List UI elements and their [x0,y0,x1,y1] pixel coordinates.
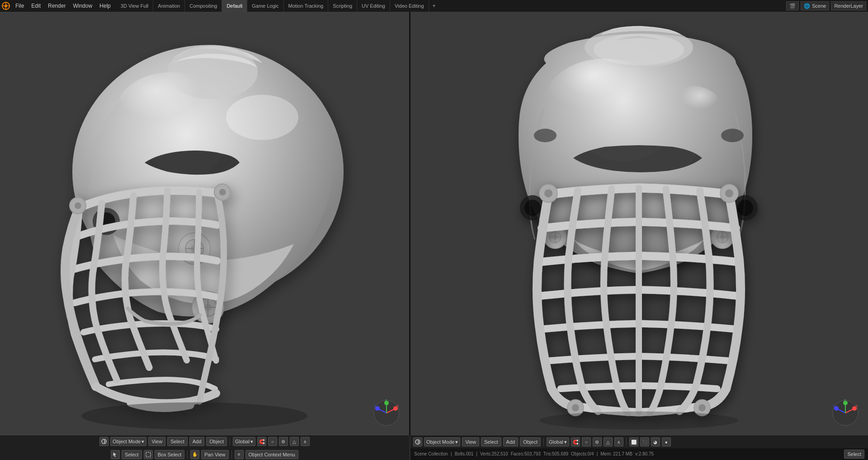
another-btn-r1[interactable]: △ [604,437,613,446]
tab-animation[interactable]: Animation [153,0,185,12]
object-menu-left[interactable]: Object [206,437,227,446]
svg-point-19 [118,72,226,145]
tris-label: Tris:505,689 [543,451,568,456]
separator3 [231,451,232,459]
svg-text:Z: Z [844,399,846,403]
object-mode-dropdown-left[interactable]: Object Mode ▾ [110,437,146,446]
bottom-left-row2: Select Box Select ✋ Pan View ≡ Object Co… [108,449,301,460]
add-menu-left[interactable]: Add [189,437,205,446]
tab-3dview[interactable]: 3D View Full [116,0,154,12]
another-btn2[interactable]: ∧ [301,437,310,446]
bolts-name: Bolts.001 [455,451,474,456]
tab-gamelogic[interactable]: Game Logic [247,0,283,12]
viewport-gizmo-left[interactable]: X Y Z [373,399,400,427]
snap-settings-btn-r[interactable]: ⚙ [593,437,602,446]
object-menu-right[interactable]: Object [520,437,541,446]
svg-text:Z: Z [385,399,387,403]
dropdown-arrow: ▾ [142,439,144,445]
verts-label: Verts:252,510 [480,451,508,456]
svg-point-22 [74,202,81,209]
window-menu[interactable]: Window [69,0,96,12]
render-layer-name: RenderLayer [834,3,863,9]
bottom-right-bar: Object Mode ▾ View Select Add Object Glo… [410,436,868,460]
transform-dropdown-right[interactable]: Global ▾ [547,437,569,446]
proportional-edit-btn-r[interactable]: ○ [582,437,591,446]
viewport-shading-btn-r[interactable] [413,437,422,446]
viewport-right[interactable]: X Y Z [410,12,868,436]
svg-text:Y: Y [833,404,835,408]
another-btn1[interactable]: △ [290,437,299,446]
bolts-label: | [451,451,452,456]
svg-point-40 [534,129,557,142]
wireframe-btn[interactable]: ⬜ [629,437,638,446]
context-menu-icon[interactable]: ≡ [235,450,244,459]
viewport-left-content: X Y Z [0,12,409,436]
svg-rect-36 [409,12,410,436]
view-menu-left[interactable]: View [148,437,165,446]
object-mode-dropdown-right[interactable]: Object Mode ▾ [424,437,460,446]
render-layer-selector[interactable]: RenderLayer [831,1,866,10]
transform-label: Global [235,439,250,444]
tab-uvediting[interactable]: UV Editing [357,0,390,12]
box-select-icon[interactable] [144,450,153,459]
svg-point-42 [546,59,664,140]
box-select-label[interactable]: Box Select [155,450,185,459]
transform-dropdown-left[interactable]: Global ▾ [233,437,255,446]
another-btn-r2[interactable]: ∧ [614,437,623,446]
viewport-left[interactable]: X Y Z [0,12,409,436]
select-menu-left[interactable]: Select [167,437,188,446]
select-menu-right[interactable]: Select [481,437,501,446]
scene-name: Scene [812,3,826,9]
bottom-right-row1: Object Mode ▾ View Select Add Object Glo… [410,436,868,448]
select-tool-btn[interactable] [111,450,120,459]
material-btn[interactable]: ◕ [651,437,660,446]
engine-icon: 🎬 [789,3,796,9]
render-menu[interactable]: Render [44,0,69,12]
objects-label: Objects:0/4 [571,451,594,456]
tab-compositing[interactable]: Compositing [185,0,222,12]
scene-icon: 🌐 [804,3,810,9]
select-right-top-btn[interactable]: Select [844,450,864,459]
top-menu-items: File Edit Render Window Help [12,0,114,12]
viewport-divider[interactable] [409,12,410,436]
viewport-right-content: X Y Z [410,12,868,436]
help-menu[interactable]: Help [96,0,114,12]
view-menu-right[interactable]: View [462,437,479,446]
add-menu-right[interactable]: Add [503,437,519,446]
proportional-edit-btn[interactable]: ○ [268,437,277,446]
separator2 [187,451,188,459]
select-label-left[interactable]: Select [122,450,142,459]
object-mode-label-r: Object Mode [426,439,454,445]
pan-view-icon[interactable]: ✋ [190,450,199,459]
scene-collection-label: Scene Collection [414,451,448,456]
viewport-gizmo-right[interactable]: X Y Z [832,399,859,427]
tab-scripting[interactable]: Scripting [328,0,357,12]
faces-label: Faces:503,793 [511,451,541,456]
magnet-snap-btn[interactable]: 🧲 [257,437,266,446]
object-context-menu-label[interactable]: Object Context Menu [245,450,298,459]
engine-selector[interactable]: 🎬 [786,1,799,10]
rendered-btn[interactable]: ● [662,437,671,446]
viewport-shading-btn[interactable] [99,437,108,446]
top-right-controls: 🎬 🌐 Scene RenderLayer [786,0,868,12]
pan-view-label[interactable]: Pan View [201,450,228,459]
viewport-area: X Y Z [0,12,868,436]
svg-point-45 [524,200,541,216]
svg-point-20 [226,95,298,140]
scene-selector[interactable]: 🌐 Scene [801,1,829,10]
mem-label: Mem: 221.7 MB [600,451,632,456]
tab-default[interactable]: Default [222,0,247,12]
snap-settings-btn[interactable]: ⚙ [279,437,288,446]
file-menu[interactable]: File [12,0,28,12]
svg-point-41 [721,129,744,142]
version-label: v:2.80.75 [635,451,654,456]
add-workspace-tab[interactable]: + [429,0,439,12]
magnet-snap-btn-r[interactable]: 🧲 [571,437,580,446]
solid-btn[interactable]: ⬛ [640,437,649,446]
bottom-left-bar: Object Mode ▾ View Select Add Object Glo… [0,436,409,460]
separator1 [230,437,230,446]
edit-menu[interactable]: Edit [28,0,44,12]
tab-videoediting[interactable]: Video Editing [390,0,429,12]
tab-motiontracking[interactable]: Motion Tracking [284,0,329,12]
svg-point-47 [737,200,753,216]
